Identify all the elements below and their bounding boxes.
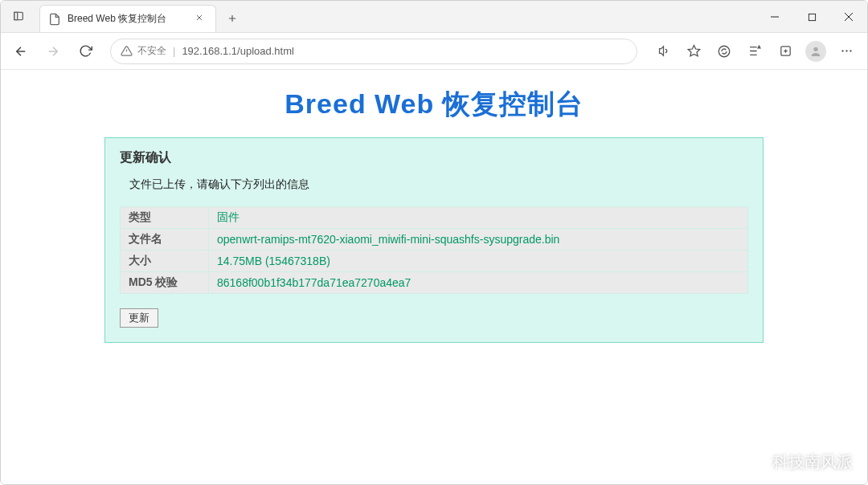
table-row: 文件名 openwrt-ramips-mt7620-xiaomi_miwifi-… bbox=[121, 229, 748, 251]
favorites-bar-button[interactable] bbox=[740, 38, 769, 65]
window-close-button[interactable] bbox=[830, 1, 867, 33]
favorite-button[interactable] bbox=[679, 38, 708, 65]
warning-icon bbox=[121, 45, 133, 57]
svg-point-23 bbox=[850, 50, 851, 51]
browser-tab[interactable]: Breed Web 恢复控制台 bbox=[39, 5, 216, 32]
row-label-size: 大小 bbox=[121, 251, 209, 272]
new-tab-button[interactable] bbox=[221, 7, 244, 30]
row-label-md5: MD5 校验 bbox=[121, 272, 209, 294]
avatar-icon bbox=[805, 41, 826, 62]
wechat-icon bbox=[743, 450, 766, 473]
row-label-type: 类型 bbox=[121, 207, 209, 229]
table-row: MD5 校验 86168f00b1f34b177da71ea7270a4ea7 bbox=[121, 272, 748, 294]
refresh-button[interactable] bbox=[72, 38, 99, 65]
svg-point-20 bbox=[813, 47, 817, 51]
security-label: 不安全 bbox=[137, 44, 166, 58]
toolbar-right bbox=[649, 38, 861, 65]
watermark: 科技南风派 bbox=[743, 450, 853, 473]
security-indicator[interactable]: 不安全 bbox=[121, 44, 166, 58]
page-content: Breed Web 恢复控制台 更新确认 文件已上传，请确认下方列出的信息 类型… bbox=[1, 70, 867, 343]
back-button[interactable] bbox=[7, 38, 35, 65]
update-button[interactable]: 更新 bbox=[120, 308, 158, 328]
panel-heading: 更新确认 bbox=[120, 149, 748, 166]
collections-button[interactable] bbox=[771, 38, 800, 65]
panel-note: 文件已上传，请确认下方列出的信息 bbox=[129, 177, 748, 192]
row-value-size: 14.75MB (15467318B) bbox=[209, 251, 748, 272]
row-value-filename: openwrt-ramips-mt7620-xiaomi_miwifi-mini… bbox=[209, 229, 748, 251]
titlebar: Breed Web 恢复控制台 bbox=[1, 1, 867, 33]
more-button[interactable] bbox=[832, 38, 861, 65]
confirm-panel: 更新确认 文件已上传，请确认下方列出的信息 类型 固件 文件名 openwrt-… bbox=[104, 137, 764, 343]
table-row: 大小 14.75MB (15467318B) bbox=[121, 251, 748, 272]
page-title: Breed Web 恢复控制台 bbox=[1, 86, 867, 123]
tab-close-icon[interactable] bbox=[194, 13, 207, 26]
svg-rect-1 bbox=[14, 12, 18, 19]
row-value-md5: 86168f00b1f34b177da71ea7270a4ea7 bbox=[209, 272, 748, 294]
address-bar[interactable]: 不安全 | 192.168.1.1/upload.html bbox=[110, 39, 637, 64]
row-value-type: 固件 bbox=[209, 207, 748, 229]
svg-rect-7 bbox=[809, 14, 815, 20]
svg-point-15 bbox=[719, 46, 730, 57]
window-minimize-button[interactable] bbox=[756, 1, 793, 33]
svg-point-21 bbox=[841, 50, 843, 51]
browser-window: Breed Web 恢复控制台 不安全 | bbox=[0, 0, 868, 485]
svg-marker-14 bbox=[688, 45, 699, 55]
read-aloud-button[interactable] bbox=[649, 38, 678, 65]
table-row: 类型 固件 bbox=[121, 207, 748, 229]
browser-toolbar: 不安全 | 192.168.1.1/upload.html bbox=[1, 33, 867, 70]
row-label-filename: 文件名 bbox=[121, 229, 209, 251]
page-viewport: Breed Web 恢复控制台 更新确认 文件已上传，请确认下方列出的信息 类型… bbox=[1, 70, 867, 484]
window-maximize-button[interactable] bbox=[793, 1, 830, 33]
forward-button[interactable] bbox=[39, 38, 67, 65]
svg-point-22 bbox=[845, 50, 847, 51]
info-table: 类型 固件 文件名 openwrt-ramips-mt7620-xiaomi_m… bbox=[120, 206, 748, 294]
watermark-text: 科技南风派 bbox=[772, 451, 853, 473]
svg-marker-16 bbox=[758, 46, 760, 48]
url-text: 192.168.1.1/upload.html bbox=[182, 45, 294, 57]
tab-actions-button[interactable] bbox=[1, 0, 36, 32]
separator: | bbox=[173, 45, 175, 57]
page-icon bbox=[48, 13, 61, 26]
window-controls bbox=[756, 1, 867, 33]
profile-button[interactable] bbox=[801, 38, 830, 65]
svg-rect-0 bbox=[14, 12, 23, 19]
sync-button[interactable] bbox=[710, 38, 739, 65]
tab-title: Breed Web 恢复控制台 bbox=[68, 12, 188, 26]
